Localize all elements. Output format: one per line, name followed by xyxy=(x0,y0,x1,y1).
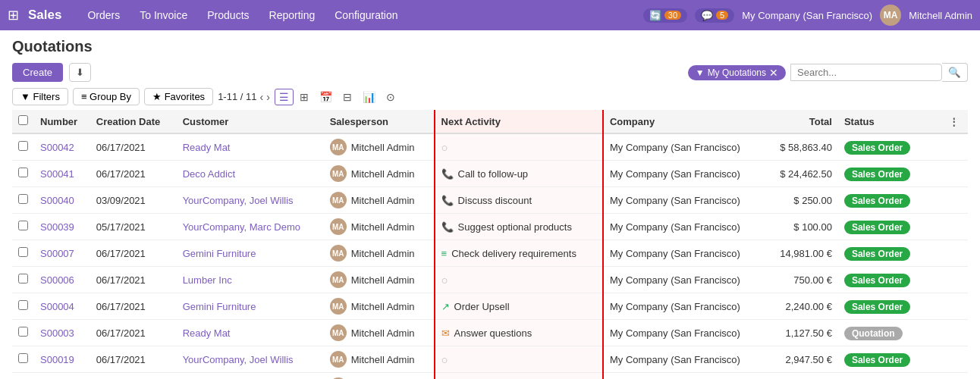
favorites-button[interactable]: ★ Favorites xyxy=(144,88,213,105)
nav-to-invoice[interactable]: To Invoice xyxy=(132,9,195,21)
page-title: Quotations xyxy=(12,38,968,55)
table-header-row: Number Creation Date Customer Salesperso… xyxy=(12,110,968,133)
salesperson-name: Mitchell Admin xyxy=(351,142,415,153)
row-date: 06/17/2021 xyxy=(90,373,177,380)
row-checkbox-cell xyxy=(12,346,34,373)
row-total: 2,947.50 € xyxy=(765,346,838,373)
row-activity[interactable]: ↗Order Upsell xyxy=(435,293,603,320)
row-activity[interactable]: ≡Check delivery requirements xyxy=(435,240,603,267)
row-activity[interactable]: ○ xyxy=(435,346,603,373)
nav-configuration[interactable]: Configuration xyxy=(327,9,405,21)
row-total: 9,705.00 € xyxy=(765,373,838,380)
salesperson-avatar: MA xyxy=(330,298,347,315)
next-page-button[interactable]: › xyxy=(266,91,270,103)
favorites-label: Favorites xyxy=(165,91,205,102)
row-number[interactable]: S00006 xyxy=(34,267,90,293)
settings-view-button[interactable]: ⊙ xyxy=(382,89,400,105)
row-number[interactable]: S00041 xyxy=(34,161,90,187)
row-customer[interactable]: YourCompany, Joel Willis xyxy=(177,187,324,214)
row-status: Sales Order xyxy=(838,187,943,214)
nav-orders[interactable]: Orders xyxy=(80,9,127,21)
row-customer[interactable]: Gemini Furniture xyxy=(177,293,324,320)
row-checkbox[interactable] xyxy=(18,327,28,337)
row-checkbox[interactable] xyxy=(18,221,28,230)
row-number[interactable]: S00039 xyxy=(34,214,90,240)
row-checkbox[interactable] xyxy=(18,300,28,310)
row-checkbox[interactable] xyxy=(18,168,28,177)
row-number[interactable]: S00019 xyxy=(34,346,90,373)
filter-icon: ▼ xyxy=(20,91,30,102)
filters-button[interactable]: ▼ Filters xyxy=(12,88,68,105)
row-company: My Company (San Francisco) xyxy=(603,293,765,320)
salesperson-name: Mitchell Admin xyxy=(351,195,415,206)
kanban-view-button[interactable]: ⊞ xyxy=(295,89,313,105)
row-customer[interactable]: Ready Mat xyxy=(177,320,324,346)
row-activity[interactable]: ○ xyxy=(435,267,603,293)
list-view-button[interactable]: ☰ xyxy=(275,89,294,105)
row-customer[interactable]: YourCompany, Marc Demo xyxy=(177,214,324,240)
group-by-button[interactable]: ≡ Group By xyxy=(73,88,140,105)
chart-view-button[interactable]: 📊 xyxy=(358,89,380,105)
row-number[interactable]: S00004 xyxy=(34,293,90,320)
row-activity[interactable]: 📞Suggest optional products xyxy=(435,214,603,240)
row-number[interactable]: S00042 xyxy=(34,133,90,161)
salesperson-avatar: MA xyxy=(330,218,347,235)
row-customer[interactable]: YourCompany, Joel Willis xyxy=(177,373,324,380)
prev-page-button[interactable]: ‹ xyxy=(259,91,263,103)
row-checkbox[interactable] xyxy=(18,247,28,257)
messages-count: 5 xyxy=(716,11,728,20)
row-number[interactable]: S00007 xyxy=(34,240,90,267)
activity-phone-green-icon: 📞 xyxy=(441,168,454,180)
row-status: Sales Order xyxy=(838,161,943,187)
row-extra xyxy=(943,240,968,267)
row-company: My Company (San Francisco) xyxy=(603,320,765,346)
row-activity[interactable]: ✉Answer questions xyxy=(435,320,603,346)
calendar-view-button[interactable]: 📅 xyxy=(315,89,337,105)
status-badge: Sales Order xyxy=(844,194,910,208)
row-checkbox[interactable] xyxy=(18,274,28,283)
row-checkbox[interactable] xyxy=(18,141,28,151)
app-name[interactable]: Sales xyxy=(28,8,61,23)
notifications-button[interactable]: 🔄 30 xyxy=(643,8,687,23)
pagination-text: 1-11 / 11 xyxy=(218,91,256,102)
search-button[interactable]: 🔍 xyxy=(942,63,968,82)
row-customer[interactable]: Lumber Inc xyxy=(177,267,324,293)
download-button[interactable]: ⬇ xyxy=(69,63,91,82)
nav-reporting[interactable]: Reporting xyxy=(262,9,323,21)
filter-tag-close[interactable]: ✕ xyxy=(769,67,778,79)
row-customer[interactable]: Ready Mat xyxy=(177,133,324,161)
row-customer[interactable]: Deco Addict xyxy=(177,161,324,187)
activity-arrow-icon: ↗ xyxy=(441,301,450,312)
toolbar-right: ▼ My Quotations ✕ 🔍 xyxy=(688,63,968,82)
row-activity[interactable]: 📞Discuss discount xyxy=(435,187,603,214)
create-button[interactable]: Create xyxy=(12,63,63,82)
top-nav: ⊞ Sales Orders To Invoice Products Repor… xyxy=(0,0,980,30)
messages-button[interactable]: 💬 5 xyxy=(695,8,734,23)
header-total: Total xyxy=(765,110,838,133)
row-checkbox[interactable] xyxy=(18,194,28,204)
row-customer[interactable]: Gemini Furniture xyxy=(177,240,324,267)
row-number[interactable]: S00040 xyxy=(34,187,90,214)
row-date: 05/17/2021 xyxy=(90,214,177,240)
row-customer[interactable]: YourCompany, Joel Willis xyxy=(177,346,324,373)
row-activity[interactable]: ○ xyxy=(435,133,603,161)
row-activity[interactable]: ≡Get quote confirmation xyxy=(435,373,603,380)
row-status: Sales Order xyxy=(838,267,943,293)
row-checkbox-cell xyxy=(12,187,34,214)
row-number[interactable]: S00018 xyxy=(34,373,90,380)
nav-products[interactable]: Products xyxy=(199,9,256,21)
row-activity[interactable]: 📞Call to follow-up xyxy=(435,161,603,187)
row-checkbox[interactable] xyxy=(18,353,28,363)
app-grid-icon[interactable]: ⊞ xyxy=(8,7,19,23)
search-input[interactable] xyxy=(790,64,942,81)
header-col-settings[interactable]: ⋮ xyxy=(943,110,968,133)
row-total: $ 100.00 xyxy=(765,214,838,240)
grid-view-button[interactable]: ⊟ xyxy=(338,89,357,105)
select-all-checkbox[interactable] xyxy=(18,115,28,125)
row-checkbox-cell xyxy=(12,161,34,187)
row-status: Sales Order xyxy=(838,293,943,320)
status-badge: Sales Order xyxy=(844,353,910,367)
row-number[interactable]: S00003 xyxy=(34,320,90,346)
row-checkbox-cell xyxy=(12,320,34,346)
row-company: My Company (San Francisco) xyxy=(603,214,765,240)
